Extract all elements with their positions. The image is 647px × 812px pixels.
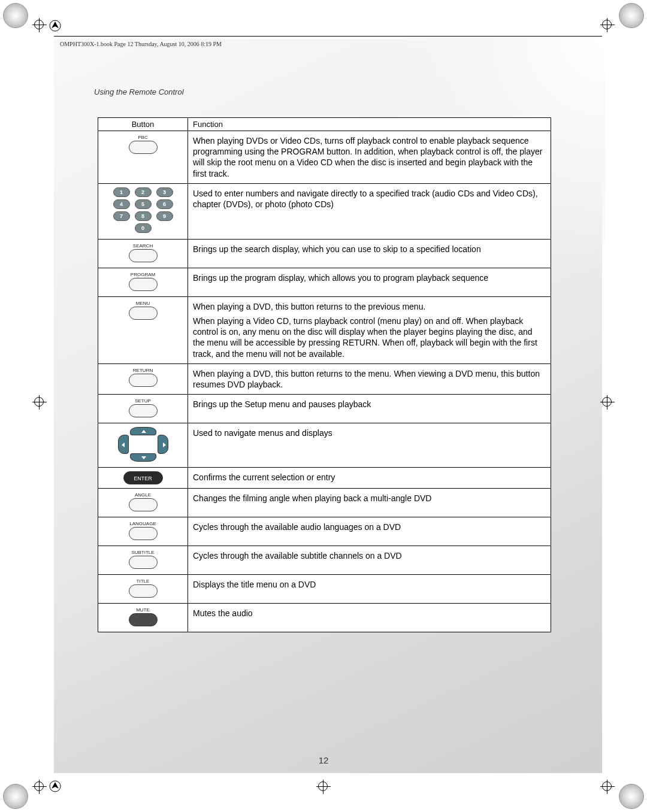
menu-button-icon: MENU bbox=[129, 301, 158, 322]
function-text: Used to enter numbers and navigate direc… bbox=[188, 183, 551, 239]
function-text: When playing a DVD, this button returns … bbox=[188, 363, 551, 394]
function-text: Cycles through the available audio langu… bbox=[188, 517, 551, 546]
setup-button-icon: SETUP bbox=[129, 398, 158, 419]
subtitle-button-icon: SUBTITLE bbox=[129, 550, 158, 571]
language-button-icon: LANGUAGE bbox=[129, 521, 158, 542]
table-row: MUTE Mutes the audio bbox=[98, 604, 551, 632]
angle-button-icon: ANGLE bbox=[129, 492, 158, 513]
mute-button-icon: MUTE bbox=[129, 607, 158, 628]
function-text: Mutes the audio bbox=[188, 604, 551, 632]
table-row: ANGLE Changes the filming angle when pla… bbox=[98, 489, 551, 517]
registration-mark-icon bbox=[32, 395, 47, 410]
return-button-icon: RETURN bbox=[129, 368, 158, 389]
program-button-icon: PROGRAM bbox=[129, 272, 158, 293]
function-text: Displays the title menu on a DVD bbox=[188, 575, 551, 604]
registration-mark-icon bbox=[600, 18, 615, 32]
table-row: 1 2 3 4 5 6 7 8 9 0 bbox=[98, 183, 551, 239]
dpad-icon bbox=[113, 427, 173, 462]
table-row: RETURN When playing a DVD, this button r… bbox=[98, 363, 551, 394]
table-row: Used to navigate menus and displays bbox=[98, 423, 551, 468]
registration-mark-icon bbox=[32, 18, 47, 32]
function-text: When playing a DVD, this button returns … bbox=[188, 296, 551, 363]
function-text: Used to navigate menus and displays bbox=[188, 423, 551, 468]
corner-ornament-bl bbox=[3, 784, 28, 809]
table-row: LANGUAGE Cycles through the available au… bbox=[98, 517, 551, 546]
enter-button-icon: ENTER bbox=[123, 471, 163, 484]
registration-mark-icon bbox=[600, 780, 615, 794]
numpad-icon: 1 2 3 4 5 6 7 8 9 0 bbox=[113, 187, 173, 235]
column-header-button: Button bbox=[98, 118, 188, 131]
table-row: SEARCH Brings up the search display, whi… bbox=[98, 239, 551, 268]
corner-ornament-tl bbox=[3, 3, 28, 28]
column-header-function: Function bbox=[188, 118, 551, 131]
function-text: Brings up the Setup menu and pauses play… bbox=[188, 395, 551, 423]
pbc-button-icon: PBC bbox=[129, 135, 158, 156]
search-button-icon: SEARCH bbox=[129, 243, 158, 264]
table-row: SUBTITLE Cycles through the available su… bbox=[98, 546, 551, 575]
registration-mark-icon bbox=[32, 780, 47, 794]
arrow-mark-icon bbox=[49, 780, 61, 792]
section-title: Using the Remote Control bbox=[94, 87, 184, 96]
registration-mark-icon bbox=[600, 395, 615, 410]
function-text: Confirms the current selection or entry bbox=[188, 468, 551, 489]
function-text: Cycles through the available subtitle ch… bbox=[188, 546, 551, 575]
arrow-mark-icon bbox=[49, 20, 61, 32]
function-text: When playing DVDs or Video CDs, turns of… bbox=[188, 131, 551, 184]
function-text: Changes the filming angle when playing b… bbox=[188, 489, 551, 517]
table-row: PBC When playing DVDs or Video CDs, turn… bbox=[98, 131, 551, 184]
function-text: Brings up the program display, which all… bbox=[188, 268, 551, 296]
function-text: Brings up the search display, which you … bbox=[188, 239, 551, 268]
corner-ornament-br bbox=[619, 784, 644, 809]
table-row: MENU When playing a DVD, this button ret… bbox=[98, 296, 551, 363]
registration-mark-icon bbox=[316, 780, 331, 794]
header-filename: OMPHT300X-1.book Page 12 Thursday, Augus… bbox=[60, 41, 222, 47]
title-button-icon: TITLE bbox=[129, 578, 158, 599]
header-divider bbox=[54, 36, 602, 37]
table-row: PROGRAM Brings up the program display, w… bbox=[98, 268, 551, 296]
page-number: 12 bbox=[0, 755, 647, 765]
button-function-table: Button Function PBC When playing DVDs or… bbox=[98, 117, 551, 632]
table-row: TITLE Displays the title menu on a DVD bbox=[98, 575, 551, 604]
corner-ornament-tr bbox=[619, 3, 644, 28]
table-row: ENTER Confirms the current selection or … bbox=[98, 468, 551, 489]
table-row: SETUP Brings up the Setup menu and pause… bbox=[98, 395, 551, 423]
